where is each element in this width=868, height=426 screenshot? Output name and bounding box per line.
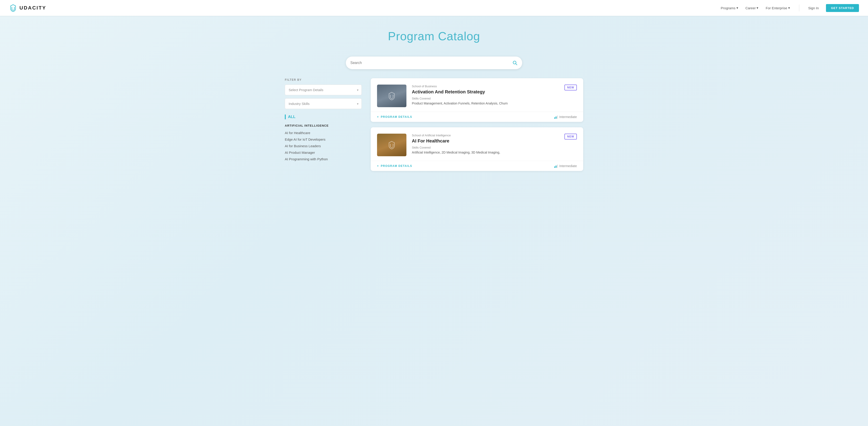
- card-footer: + PROGRAM DETAILS Intermediate: [371, 161, 583, 171]
- card-title: Activation And Retention Strategy: [412, 89, 559, 94]
- card-level: Intermediate: [554, 164, 577, 168]
- search-button[interactable]: [512, 60, 518, 66]
- card-info: School of Artificial Intelligence AI For…: [412, 134, 559, 155]
- card-top: School of Artificial Intelligence AI For…: [371, 127, 583, 161]
- card-skills-label: Skills Covered: [412, 97, 559, 100]
- new-badge: NEW: [564, 134, 577, 140]
- level-bar-1: [554, 117, 555, 119]
- plus-icon: +: [377, 164, 379, 168]
- program-details-select[interactable]: Select Program Details: [285, 85, 362, 95]
- card-top: School of Business Activation And Retent…: [371, 78, 583, 112]
- program-details-filter: Select Program Details ▾: [285, 85, 362, 95]
- main-layout: FILTER BY Select Program Details ▾ Indus…: [276, 78, 592, 184]
- catalog: School of Business Activation And Retent…: [371, 78, 583, 171]
- udacity-thumb-logo: [387, 91, 396, 100]
- industry-skills-select[interactable]: Industry Skills: [285, 98, 362, 109]
- card-skills: Artificial Intelligence, 2D Medical Imag…: [412, 150, 559, 155]
- sidebar-all-filter[interactable]: ALL: [285, 114, 362, 119]
- level-bar-3: [557, 116, 558, 119]
- level-icon: [554, 115, 558, 119]
- udacity-thumb-logo: [387, 141, 396, 149]
- udacity-logo-icon: [9, 4, 17, 12]
- sidebar-category-ai: ARTIFICIAL INTELLIGENCE: [285, 124, 362, 127]
- card-level: Intermediate: [554, 115, 577, 119]
- search-input[interactable]: [350, 61, 512, 65]
- chevron-down-icon: ▾: [737, 6, 738, 10]
- level-icon: [554, 164, 558, 168]
- sidebar-item-ai-python[interactable]: AI Programming with Python: [285, 156, 362, 162]
- card-skills-label: Skills Covered: [412, 146, 559, 149]
- sidebar-item-ai-business[interactable]: AI for Business Leaders: [285, 143, 362, 149]
- level-bar-2: [556, 117, 557, 119]
- hero-section: Program Catalog: [0, 16, 868, 52]
- chevron-down-icon: ▾: [756, 6, 758, 10]
- sidebar: FILTER BY Select Program Details ▾ Indus…: [285, 78, 362, 171]
- filter-label: FILTER BY: [285, 78, 362, 82]
- svg-line-1: [516, 64, 517, 65]
- nav-career[interactable]: Career ▾: [745, 6, 758, 10]
- sidebar-item-ai-product[interactable]: AI Product Manager: [285, 149, 362, 156]
- all-label: ALL: [288, 115, 296, 119]
- card-skills: Product Management, Activation Funnels, …: [412, 101, 559, 106]
- plus-icon: +: [377, 115, 379, 119]
- card-title: AI For Healthcare: [412, 139, 559, 144]
- search-section: [0, 57, 868, 69]
- logo-text: UDACITY: [20, 5, 46, 11]
- navbar: UDACITY Programs ▾ Career ▾ For Enterpri…: [0, 0, 868, 16]
- card-thumbnail: [377, 134, 406, 156]
- level-bar-1: [554, 166, 555, 168]
- page-title: Program Catalog: [4, 29, 864, 43]
- new-badge: NEW: [564, 85, 577, 90]
- sidebar-ai-category: ARTIFICIAL INTELLIGENCE AI for Healthcar…: [285, 124, 362, 162]
- level-label: Intermediate: [559, 164, 577, 168]
- card-activation-retention: School of Business Activation And Retent…: [371, 78, 583, 122]
- get-started-button[interactable]: GET STARTED: [826, 4, 859, 12]
- card-info: School of Business Activation And Retent…: [412, 85, 559, 106]
- card-ai-healthcare: School of Artificial Intelligence AI For…: [371, 127, 583, 171]
- nav-enterprise[interactable]: For Enterprise ▾: [766, 6, 790, 10]
- program-details-link[interactable]: + PROGRAM DETAILS: [377, 164, 412, 168]
- level-bar-2: [556, 165, 557, 168]
- all-bar-indicator: [285, 114, 286, 119]
- card-school: School of Business: [412, 85, 559, 88]
- program-details-label: PROGRAM DETAILS: [381, 115, 412, 119]
- program-details-link[interactable]: + PROGRAM DETAILS: [377, 115, 412, 119]
- signin-link[interactable]: Sign In: [808, 6, 819, 10]
- level-bar-3: [557, 164, 558, 168]
- nav-divider: [799, 4, 799, 11]
- sidebar-item-ai-healthcare[interactable]: AI for Healthcare: [285, 129, 362, 136]
- sidebar-item-edge-ai[interactable]: Edge AI for IoT Developers: [285, 136, 362, 143]
- level-label: Intermediate: [559, 115, 577, 119]
- card-footer: + PROGRAM DETAILS Intermediate: [371, 112, 583, 122]
- logo[interactable]: UDACITY: [9, 4, 46, 12]
- nav-programs[interactable]: Programs ▾: [721, 6, 738, 10]
- program-details-label: PROGRAM DETAILS: [381, 164, 412, 168]
- search-box: [346, 57, 522, 69]
- nav-links: Programs ▾ Career ▾ For Enterprise ▾ Sig…: [721, 4, 859, 12]
- chevron-down-icon: ▾: [788, 6, 790, 10]
- search-icon: [512, 60, 518, 66]
- card-thumbnail: [377, 85, 406, 107]
- industry-skills-filter: Industry Skills ▾: [285, 98, 362, 109]
- card-school: School of Artificial Intelligence: [412, 134, 559, 137]
